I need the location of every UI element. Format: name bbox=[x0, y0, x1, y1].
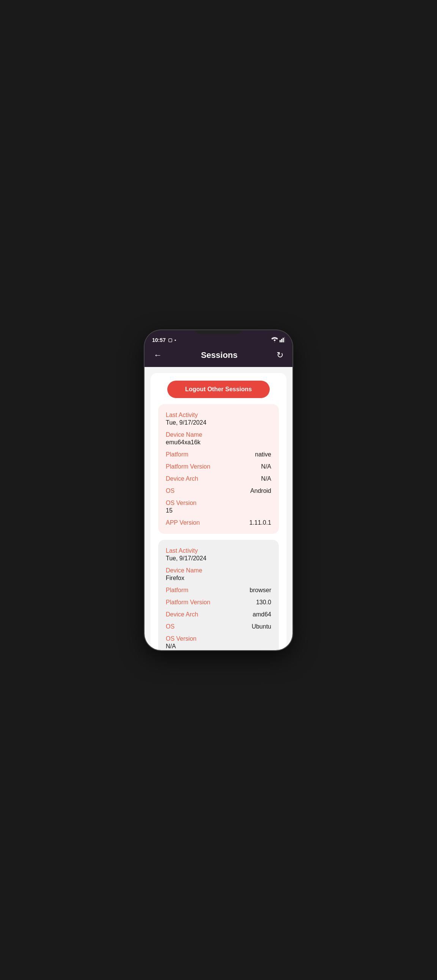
app-version-value: 1.11.0.1 bbox=[249, 519, 271, 526]
platform-version-value-2: 130.0 bbox=[256, 599, 271, 606]
wifi-icon bbox=[271, 337, 278, 344]
device-arch-row: Device Arch N/A bbox=[166, 476, 271, 482]
device-name-label: Device Name bbox=[166, 431, 271, 438]
device-arch-label: Device Arch bbox=[166, 476, 198, 482]
last-activity-label: Last Activity bbox=[166, 412, 271, 418]
phone-notch bbox=[196, 330, 241, 334]
svg-rect-2 bbox=[282, 338, 284, 342]
os-value-2: Ubuntu bbox=[252, 623, 271, 630]
status-left: 10:57 ▢ ▪ bbox=[152, 337, 176, 343]
last-activity-group-2: Last Activity Tue, 9/17/2024 bbox=[166, 547, 271, 562]
signal-icon bbox=[279, 337, 285, 344]
platform-version-label-2: Platform Version bbox=[166, 599, 210, 606]
os-version-value: 15 bbox=[166, 507, 271, 514]
device-arch-value: N/A bbox=[261, 476, 271, 482]
platform-row-2: Platform browser bbox=[166, 587, 271, 594]
refresh-button[interactable]: ↻ bbox=[275, 349, 285, 362]
device-name-value: emu64xa16k bbox=[166, 439, 271, 446]
os-value: Android bbox=[250, 488, 271, 494]
os-version-group-2: OS Version N/A bbox=[166, 635, 271, 650]
svg-rect-3 bbox=[284, 337, 285, 342]
app-bar: ← Sessions ↻ bbox=[145, 345, 292, 367]
storage-icon: ▪ bbox=[174, 337, 176, 343]
svg-rect-1 bbox=[281, 339, 282, 342]
device-arch-row-2: Device Arch amd64 bbox=[166, 611, 271, 618]
sessions-container: Logout Other Sessions Last Activity Tue,… bbox=[151, 373, 286, 650]
platform-version-value: N/A bbox=[261, 463, 271, 470]
session-card-other: Last Activity Tue, 9/17/2024 Device Name… bbox=[158, 540, 279, 650]
device-arch-value-2: amd64 bbox=[253, 611, 271, 618]
platform-value-2: browser bbox=[250, 587, 271, 594]
device-arch-label-2: Device Arch bbox=[166, 611, 198, 618]
app-version-row: APP Version 1.11.0.1 bbox=[166, 519, 271, 526]
platform-version-label: Platform Version bbox=[166, 463, 210, 470]
device-name-value-2: Firefox bbox=[166, 575, 271, 582]
os-label: OS bbox=[166, 488, 174, 494]
last-activity-value: Tue, 9/17/2024 bbox=[166, 419, 271, 426]
os-row: OS Android bbox=[166, 488, 271, 494]
app-version-label: APP Version bbox=[166, 519, 200, 526]
device-name-group: Device Name emu64xa16k bbox=[166, 431, 271, 446]
status-icons bbox=[271, 337, 285, 344]
svg-rect-0 bbox=[279, 340, 281, 342]
page-title: Sessions bbox=[201, 350, 238, 360]
content-area: Logout Other Sessions Last Activity Tue,… bbox=[145, 367, 292, 650]
device-name-group-2: Device Name Firefox bbox=[166, 567, 271, 582]
platform-version-row: Platform Version N/A bbox=[166, 463, 271, 470]
last-activity-group: Last Activity Tue, 9/17/2024 bbox=[166, 412, 271, 426]
os-row-2: OS Ubuntu bbox=[166, 623, 271, 630]
platform-row: Platform native bbox=[166, 451, 271, 458]
os-version-value-2: N/A bbox=[166, 643, 271, 650]
platform-label-2: Platform bbox=[166, 587, 188, 594]
device-name-label-2: Device Name bbox=[166, 567, 271, 574]
platform-version-row-2: Platform Version 130.0 bbox=[166, 599, 271, 606]
os-label-2: OS bbox=[166, 623, 174, 630]
last-activity-label-2: Last Activity bbox=[166, 547, 271, 554]
screen-icon: ▢ bbox=[168, 337, 172, 343]
session-card-current: Last Activity Tue, 9/17/2024 Device Name… bbox=[158, 404, 279, 534]
platform-value: native bbox=[255, 451, 271, 458]
time-display: 10:57 bbox=[152, 337, 166, 343]
status-bar: 10:57 ▢ ▪ bbox=[145, 334, 292, 345]
last-activity-value-2: Tue, 9/17/2024 bbox=[166, 555, 271, 562]
os-version-label: OS Version bbox=[166, 500, 271, 506]
logout-other-sessions-button[interactable]: Logout Other Sessions bbox=[167, 381, 270, 398]
platform-label: Platform bbox=[166, 451, 188, 458]
phone-frame: 10:57 ▢ ▪ bbox=[145, 330, 292, 650]
os-version-group: OS Version 15 bbox=[166, 500, 271, 514]
os-version-label-2: OS Version bbox=[166, 635, 271, 642]
back-button[interactable]: ← bbox=[152, 349, 164, 362]
